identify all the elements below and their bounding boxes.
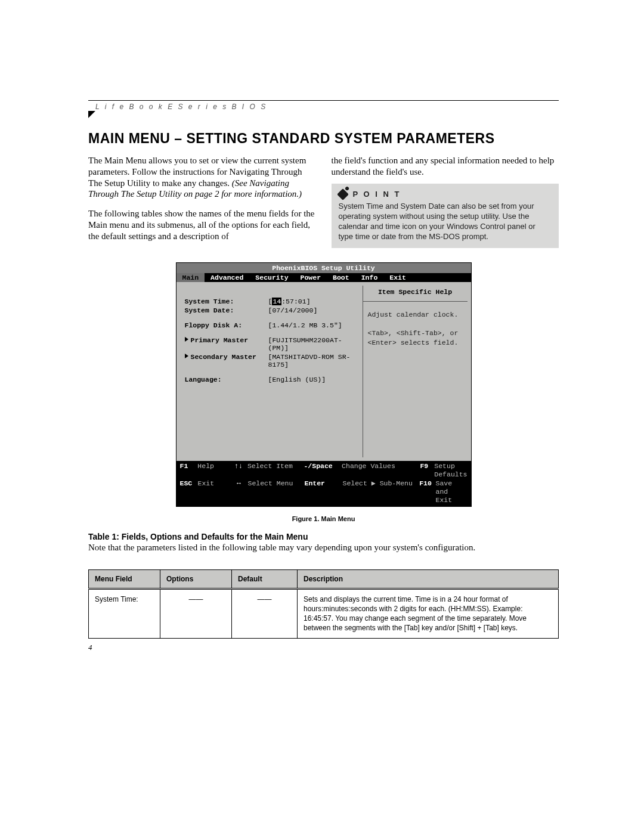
setup-defaults-label: Setup Defaults	[434, 462, 467, 479]
esc-key: ESC	[180, 479, 198, 505]
bios-tab-main[interactable]: Main	[177, 273, 205, 282]
bios-field-label: System Time:	[185, 298, 268, 305]
cell-default: ——	[232, 589, 298, 638]
figure-caption: Figure 1. Main Menu	[176, 515, 472, 522]
bios-field-label: Floppy Disk A:	[185, 321, 268, 329]
bios-tabs: Main Advanced Security Power Boot Info E…	[177, 273, 471, 282]
table-header-row: Menu Field Options Default Description	[89, 569, 559, 589]
f10-key: F10	[416, 479, 436, 505]
bios-field-label: Secondary Master	[185, 353, 268, 368]
bios-left-pane: System Time:[14:57:01]System Date:[07/14…	[177, 282, 363, 461]
point-marker-icon	[337, 188, 349, 200]
bios-field-row[interactable]: Floppy Disk A:[1.44/1.2 MB 3.5"]	[185, 321, 358, 329]
leftright-arrow-icon: ↔	[230, 479, 248, 505]
bios-help-title: Item Specific Help	[363, 288, 467, 296]
bios-field-label: System Date:	[185, 306, 268, 314]
page-title: MAIN MENU – SETTING STANDARD SYSTEM PARA…	[88, 131, 559, 147]
th-menu-field: Menu Field	[89, 569, 160, 589]
save-exit-label: Save and Exit	[436, 479, 467, 505]
two-columns: The Main Menu allows you to set or view …	[88, 155, 559, 248]
updown-arrow-icon: ↑↓	[230, 462, 247, 479]
f9-key: F9	[414, 462, 434, 479]
point-box: P O I N T System Time and System Date ca…	[332, 184, 559, 248]
bios-field-row[interactable]: Language:[English (US)]	[185, 376, 358, 383]
bios-tab-power[interactable]: Power	[295, 273, 327, 282]
header-rule	[88, 100, 559, 101]
bios-field-value[interactable]: [MATSHITADVD-ROM SR-8175]	[268, 353, 358, 368]
table-row: System Time:————Sets and displays the cu…	[89, 589, 559, 638]
table-note: Note that the parameters listed in the f…	[88, 543, 559, 553]
params-table: Menu Field Options Default Description S…	[88, 569, 559, 639]
esc-label: Exit	[198, 479, 230, 505]
point-body: System Time and System Date can also be …	[339, 202, 552, 242]
bios-footer-row1: F1 Help ↑↓ Select Item -/Space Change Va…	[180, 462, 467, 479]
bios-tab-exit[interactable]: Exit	[383, 273, 412, 282]
table-section: Table 1: Fields, Options and Defaults fo…	[88, 532, 559, 639]
bios-tab-info[interactable]: Info	[355, 273, 384, 282]
bios-field-value[interactable]: [14:57:01]	[268, 298, 358, 305]
bios-help-line: <Enter> selects field.	[368, 338, 463, 348]
bios-tab-security[interactable]: Security	[249, 273, 294, 282]
th-description: Description	[298, 569, 559, 589]
bios-field-row[interactable]: System Date:[07/14/2000]	[185, 306, 358, 314]
header-triangle-icon	[88, 111, 95, 118]
space-key: -/Space	[304, 462, 342, 479]
bios-field-value[interactable]: [FUJITSUMHM2200AT-(PM)]	[268, 336, 358, 352]
point-head: P O I N T	[339, 190, 552, 200]
bios-title: PhoenixBIOS Setup Utility	[177, 263, 471, 273]
enter-key: Enter	[305, 479, 343, 505]
bios-figure: PhoenixBIOS Setup Utility Main Advanced …	[176, 262, 472, 522]
left-column: The Main Menu allows you to set or view …	[88, 155, 316, 248]
bios-window: PhoenixBIOS Setup Utility Main Advanced …	[176, 262, 472, 507]
right-p1: the field's function and any special inf…	[332, 155, 559, 178]
content: MAIN MENU – SETTING STANDARD SYSTEM PARA…	[88, 131, 559, 639]
cell-options: ——	[160, 589, 232, 638]
table-title: Table 1: Fields, Options and Defaults fo…	[88, 532, 559, 541]
bios-field-row[interactable]: Primary Master[FUJITSUMHM2200AT-(PM)]	[185, 336, 358, 352]
bios-tab-boot[interactable]: Boot	[327, 273, 355, 282]
page-number: 4	[88, 643, 92, 652]
bios-body: System Time:[14:57:01]System Date:[07/14…	[177, 282, 471, 461]
bios-field-label: Primary Master	[185, 336, 268, 352]
point-label: P O I N T	[353, 190, 401, 200]
page: L i f e B o o k E S e r i e s B I O S MA…	[0, 0, 644, 833]
change-values-label: Change Values	[342, 462, 414, 479]
left-p2: The following tables show the names of t…	[88, 208, 316, 241]
f1-key: F1	[180, 462, 198, 479]
bios-footer-row2: ESC Exit ↔ Select Menu Enter Select ▶ Su…	[180, 479, 467, 505]
cell-menu-field: System Time:	[89, 589, 160, 638]
right-column: the field's function and any special inf…	[332, 155, 559, 248]
bios-field-value[interactable]: [English (US)]	[268, 376, 358, 383]
bios-help-line	[368, 319, 463, 329]
bios-field-value[interactable]: [1.44/1.2 MB 3.5"]	[268, 321, 358, 329]
bios-help-pane: Item Specific Help Adjust calendar clock…	[363, 286, 467, 457]
bios-field-row[interactable]: Secondary Master[MATSHITADVD-ROM SR-8175…	[185, 353, 358, 368]
select-item-label: Select Item	[247, 462, 304, 479]
bios-help-box: Adjust calendar clock. <Tab>, <Shift-Tab…	[363, 301, 467, 457]
f1-label: Help	[197, 462, 230, 479]
th-options: Options	[160, 569, 232, 589]
bios-field-label: Language:	[185, 376, 268, 383]
select-menu-label: Select Menu	[248, 479, 305, 505]
th-default: Default	[232, 569, 298, 589]
bios-help-line: <Tab>, <Shift-Tab>, or	[368, 329, 463, 338]
bios-field-row[interactable]: System Time:[14:57:01]	[185, 298, 358, 305]
cell-description: Sets and displays the current time. Time…	[298, 589, 559, 638]
bios-tab-advanced[interactable]: Advanced	[205, 273, 249, 282]
bios-field-value[interactable]: [07/14/2000]	[268, 306, 358, 314]
select-submenu-label: Select ▶ Sub-Menu	[343, 479, 416, 505]
bios-footer: F1 Help ↑↓ Select Item -/Space Change Va…	[177, 461, 471, 506]
running-title: L i f e B o o k E S e r i e s B I O S	[95, 103, 267, 111]
bios-help-line: Adjust calendar clock.	[368, 310, 463, 320]
